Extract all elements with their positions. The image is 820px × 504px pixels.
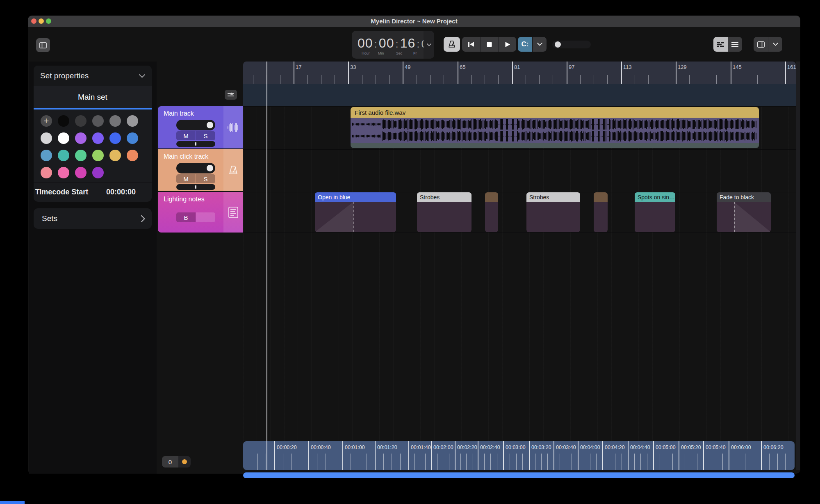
solo-button[interactable]: S: [196, 174, 215, 183]
ruler-major-tick: [512, 62, 513, 84]
volume-knob[interactable]: [207, 165, 213, 171]
level-slider-knob[interactable]: [555, 41, 561, 48]
sets-card[interactable]: Sets: [34, 208, 152, 229]
color-swatch[interactable]: [58, 115, 69, 127]
timecode-unit-sec: Sec: [396, 51, 403, 55]
timeline-view-button[interactable]: [713, 37, 728, 52]
sidebar-right-icon: [757, 41, 765, 48]
list-view-button[interactable]: [728, 37, 742, 52]
right-panel-toggle-button[interactable]: [754, 37, 768, 52]
play-button[interactable]: [499, 37, 516, 52]
clip-body: [315, 202, 396, 232]
cue-options-dropdown[interactable]: [533, 37, 547, 52]
cue-mode-button[interactable]: C:: [518, 37, 532, 52]
time-overview-bar[interactable]: 00:00:2000:00:4000:01:0000:01:2000:01:40…: [243, 441, 795, 470]
marker-lane[interactable]: [243, 84, 796, 106]
track-type-column: [223, 149, 243, 191]
overview-minor-tick: [785, 454, 786, 470]
track-header-main-click-track[interactable]: Main click trackMS: [158, 149, 243, 191]
color-swatch[interactable]: [75, 150, 87, 161]
ruler-minor-tick: [607, 75, 608, 84]
color-swatch[interactable]: [58, 167, 69, 178]
lighting-clip-spots-on-sin[interactable]: Spots on sin…: [635, 192, 675, 232]
overview-minor-tick: [367, 454, 367, 470]
color-swatch[interactable]: [127, 150, 138, 161]
color-swatch[interactable]: [58, 150, 69, 161]
color-swatch[interactable]: [109, 115, 121, 127]
color-swatch[interactable]: [75, 132, 87, 144]
color-swatch[interactable]: [41, 150, 52, 161]
sidebar-toggle-button[interactable]: [36, 38, 50, 52]
ruler-minor-tick: [389, 75, 390, 84]
stop-button[interactable]: [481, 37, 498, 52]
color-swatch[interactable]: [127, 132, 138, 144]
level-slider[interactable]: [552, 41, 591, 48]
overview-major-tick: [602, 441, 603, 470]
overview-major-tick: [578, 441, 579, 470]
counter-value: 0: [162, 456, 178, 468]
color-swatch[interactable]: [109, 132, 121, 144]
lighting-clip-strobes[interactable]: Strobes: [417, 192, 472, 232]
ruler-major-tick: [294, 62, 294, 84]
timecode-display[interactable]: 00:00:16:00 Hour Min Sec Fr: [352, 31, 434, 59]
pan-slider[interactable]: [176, 184, 215, 190]
mute-button[interactable]: M: [176, 174, 196, 183]
color-swatch[interactable]: [75, 115, 87, 127]
color-swatch[interactable]: [58, 132, 69, 144]
metronome-toggle-button[interactable]: [444, 37, 460, 52]
rewind-to-start-button[interactable]: [462, 37, 480, 52]
lighting-clip[interactable]: [594, 192, 608, 232]
overview-time-label: 00:05:40: [706, 445, 726, 450]
volume-slider[interactable]: [176, 120, 215, 130]
color-swatch[interactable]: [92, 150, 104, 161]
lighting-clip[interactable]: [485, 192, 498, 232]
bypass-button[interactable]: B: [176, 212, 196, 222]
color-swatch[interactable]: [92, 115, 104, 127]
add-color-button[interactable]: +: [41, 115, 52, 127]
chevron-right-icon: [141, 215, 145, 222]
title-bar[interactable]: Myelin Director ~ New Project: [28, 16, 800, 27]
timecode-mode-dropdown[interactable]: [424, 31, 434, 59]
lighting-clip-strobes[interactable]: Strobes: [526, 192, 580, 232]
ruler-label: 33: [350, 64, 356, 70]
overview-minor-tick: [769, 454, 770, 470]
status-indicator[interactable]: [178, 456, 191, 468]
timecode-start-value[interactable]: 00:00:00: [90, 188, 152, 196]
status-counter-pill[interactable]: 0: [162, 456, 191, 468]
blank-button[interactable]: [196, 212, 215, 222]
color-swatch[interactable]: [109, 150, 121, 161]
beat-ruler[interactable]: 173349658197113129145161: [243, 62, 796, 84]
color-swatch[interactable]: [41, 132, 52, 144]
waveform-graphic: [351, 118, 759, 143]
color-swatch[interactable]: [75, 167, 87, 178]
overview-major-tick: [554, 441, 554, 470]
ruler-label: 17: [296, 64, 301, 70]
pan-slider[interactable]: [176, 141, 215, 147]
clip-body: [594, 202, 608, 232]
volume-knob[interactable]: [207, 122, 213, 128]
volume-slider[interactable]: [176, 163, 215, 173]
playhead[interactable]: [266, 62, 267, 470]
overview-time-label: 00:03:20: [531, 445, 551, 450]
color-swatch[interactable]: [41, 167, 52, 178]
track-type-column: [223, 106, 243, 148]
overview-minor-tick: [516, 454, 517, 470]
audio-clip[interactable]: First audio file.wav: [351, 107, 759, 148]
list-icon: [731, 42, 738, 47]
lighting-clip-fade-to-black[interactable]: Fade to black: [717, 192, 771, 232]
color-swatch[interactable]: [127, 115, 138, 127]
lighting-clip-open-in-blue[interactable]: Open in blue: [315, 192, 396, 232]
overview-minor-tick: [615, 454, 615, 470]
color-swatch[interactable]: [92, 167, 104, 178]
set-name-field[interactable]: Main set: [34, 86, 152, 108]
panel-options-dropdown[interactable]: [768, 37, 782, 52]
automation-view-button[interactable]: [225, 90, 237, 100]
horizontal-scrollbar[interactable]: [243, 472, 795, 478]
set-properties-header[interactable]: Set properties: [34, 66, 152, 86]
solo-button[interactable]: S: [196, 131, 215, 140]
track-header-main-track[interactable]: Main trackMS: [158, 106, 243, 148]
color-swatch[interactable]: [92, 132, 104, 144]
mute-button[interactable]: M: [176, 131, 196, 140]
overview-minor-tick: [666, 454, 666, 470]
track-header-lighting-notes[interactable]: Lighting notesB: [158, 192, 243, 233]
